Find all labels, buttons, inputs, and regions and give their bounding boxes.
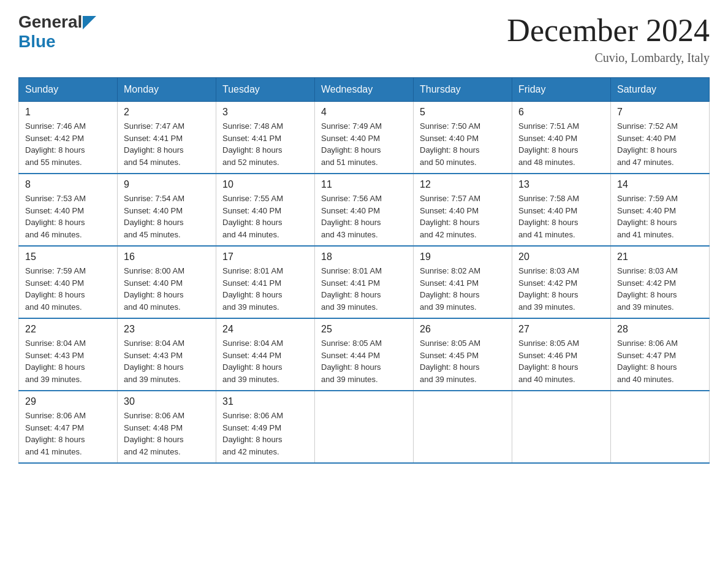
day-number: 30 bbox=[124, 396, 210, 407]
day-number: 5 bbox=[420, 107, 506, 118]
day-number: 28 bbox=[617, 324, 703, 335]
day-number: 4 bbox=[321, 107, 407, 118]
calendar-cell: 18 Sunrise: 8:01 AM Sunset: 4:41 PM Dayl… bbox=[315, 246, 414, 318]
day-info: Sunrise: 7:58 AM Sunset: 4:40 PM Dayligh… bbox=[518, 193, 604, 240]
day-number: 7 bbox=[617, 107, 703, 118]
day-number: 12 bbox=[420, 179, 506, 190]
calendar-cell: 25 Sunrise: 8:05 AM Sunset: 4:44 PM Dayl… bbox=[315, 318, 414, 391]
day-info: Sunrise: 8:05 AM Sunset: 4:46 PM Dayligh… bbox=[518, 337, 604, 385]
calendar-cell: 24 Sunrise: 8:04 AM Sunset: 4:44 PM Dayl… bbox=[216, 318, 315, 391]
col-header-wednesday: Wednesday bbox=[315, 78, 414, 102]
day-info: Sunrise: 7:53 AM Sunset: 4:40 PM Dayligh… bbox=[25, 193, 111, 240]
day-info: Sunrise: 8:01 AM Sunset: 4:41 PM Dayligh… bbox=[222, 265, 308, 313]
calendar-cell: 14 Sunrise: 7:59 AM Sunset: 4:40 PM Dayl… bbox=[611, 174, 710, 246]
calendar-cell: 30 Sunrise: 8:06 AM Sunset: 4:48 PM Dayl… bbox=[118, 391, 216, 463]
day-info: Sunrise: 7:51 AM Sunset: 4:40 PM Dayligh… bbox=[518, 120, 604, 168]
calendar-cell: 12 Sunrise: 7:57 AM Sunset: 4:40 PM Dayl… bbox=[414, 174, 512, 246]
day-number: 13 bbox=[518, 179, 604, 190]
calendar-table: SundayMondayTuesdayWednesdayThursdayFrid… bbox=[18, 77, 710, 464]
day-info: Sunrise: 8:05 AM Sunset: 4:44 PM Dayligh… bbox=[321, 337, 407, 385]
day-number: 8 bbox=[25, 179, 111, 190]
month-title: December 2024 bbox=[507, 12, 710, 48]
calendar-cell: 7 Sunrise: 7:52 AM Sunset: 4:40 PM Dayli… bbox=[611, 102, 710, 174]
calendar-cell: 10 Sunrise: 7:55 AM Sunset: 4:40 PM Dayl… bbox=[216, 174, 315, 246]
day-number: 29 bbox=[25, 396, 111, 407]
calendar-cell: 17 Sunrise: 8:01 AM Sunset: 4:41 PM Dayl… bbox=[216, 246, 315, 318]
day-info: Sunrise: 8:03 AM Sunset: 4:42 PM Dayligh… bbox=[518, 265, 604, 313]
header-row: SundayMondayTuesdayWednesdayThursdayFrid… bbox=[19, 78, 710, 102]
logo-general-text: General bbox=[18, 12, 82, 32]
week-row-1: 1 Sunrise: 7:46 AM Sunset: 4:42 PM Dayli… bbox=[19, 102, 710, 174]
day-number: 20 bbox=[518, 251, 604, 262]
calendar-cell: 31 Sunrise: 8:06 AM Sunset: 4:49 PM Dayl… bbox=[216, 391, 315, 463]
calendar-cell: 3 Sunrise: 7:48 AM Sunset: 4:41 PM Dayli… bbox=[216, 102, 315, 174]
calendar-cell: 11 Sunrise: 7:56 AM Sunset: 4:40 PM Dayl… bbox=[315, 174, 414, 246]
calendar-cell: 26 Sunrise: 8:05 AM Sunset: 4:45 PM Dayl… bbox=[414, 318, 512, 391]
calendar-cell: 22 Sunrise: 8:04 AM Sunset: 4:43 PM Dayl… bbox=[19, 318, 118, 391]
day-info: Sunrise: 8:06 AM Sunset: 4:47 PM Dayligh… bbox=[617, 337, 703, 385]
calendar-cell bbox=[315, 391, 414, 463]
col-header-thursday: Thursday bbox=[414, 78, 512, 102]
day-number: 3 bbox=[222, 107, 308, 118]
day-info: Sunrise: 8:01 AM Sunset: 4:41 PM Dayligh… bbox=[321, 265, 407, 313]
col-header-monday: Monday bbox=[118, 78, 216, 102]
day-number: 23 bbox=[124, 324, 210, 335]
day-info: Sunrise: 8:00 AM Sunset: 4:40 PM Dayligh… bbox=[124, 265, 210, 313]
calendar-cell: 28 Sunrise: 8:06 AM Sunset: 4:47 PM Dayl… bbox=[611, 318, 710, 391]
calendar-cell: 1 Sunrise: 7:46 AM Sunset: 4:42 PM Dayli… bbox=[19, 102, 118, 174]
calendar-cell bbox=[414, 391, 512, 463]
day-info: Sunrise: 7:59 AM Sunset: 4:40 PM Dayligh… bbox=[617, 193, 703, 240]
day-info: Sunrise: 7:59 AM Sunset: 4:40 PM Dayligh… bbox=[25, 265, 111, 313]
calendar-cell: 9 Sunrise: 7:54 AM Sunset: 4:40 PM Dayli… bbox=[118, 174, 216, 246]
title-section: December 2024 Cuvio, Lombardy, Italy bbox=[507, 12, 710, 65]
day-number: 6 bbox=[518, 107, 604, 118]
page-header: General Blue December 2024 Cuvio, Lombar… bbox=[18, 12, 710, 65]
day-number: 27 bbox=[518, 324, 604, 335]
day-info: Sunrise: 8:06 AM Sunset: 4:47 PM Dayligh… bbox=[25, 410, 111, 458]
calendar-cell bbox=[611, 391, 710, 463]
week-row-2: 8 Sunrise: 7:53 AM Sunset: 4:40 PM Dayli… bbox=[19, 174, 710, 246]
day-number: 16 bbox=[124, 251, 210, 262]
day-number: 17 bbox=[222, 251, 308, 262]
col-header-tuesday: Tuesday bbox=[216, 78, 315, 102]
day-info: Sunrise: 8:06 AM Sunset: 4:48 PM Dayligh… bbox=[124, 410, 210, 458]
day-info: Sunrise: 8:03 AM Sunset: 4:42 PM Dayligh… bbox=[617, 265, 703, 313]
logo-triangle-icon bbox=[83, 16, 96, 29]
day-info: Sunrise: 7:49 AM Sunset: 4:40 PM Dayligh… bbox=[321, 120, 407, 168]
day-info: Sunrise: 8:04 AM Sunset: 4:44 PM Dayligh… bbox=[222, 337, 308, 385]
calendar-cell: 29 Sunrise: 8:06 AM Sunset: 4:47 PM Dayl… bbox=[19, 391, 118, 463]
svg-marker-0 bbox=[83, 16, 96, 29]
calendar-cell: 21 Sunrise: 8:03 AM Sunset: 4:42 PM Dayl… bbox=[611, 246, 710, 318]
day-info: Sunrise: 8:05 AM Sunset: 4:45 PM Dayligh… bbox=[420, 337, 506, 385]
day-number: 22 bbox=[25, 324, 111, 335]
day-info: Sunrise: 8:04 AM Sunset: 4:43 PM Dayligh… bbox=[25, 337, 111, 385]
day-number: 25 bbox=[321, 324, 407, 335]
day-info: Sunrise: 7:48 AM Sunset: 4:41 PM Dayligh… bbox=[222, 120, 308, 168]
week-row-3: 15 Sunrise: 7:59 AM Sunset: 4:40 PM Dayl… bbox=[19, 246, 710, 318]
day-number: 1 bbox=[25, 107, 111, 118]
day-info: Sunrise: 7:54 AM Sunset: 4:40 PM Dayligh… bbox=[124, 193, 210, 240]
day-info: Sunrise: 7:46 AM Sunset: 4:42 PM Dayligh… bbox=[25, 120, 111, 168]
calendar-cell: 27 Sunrise: 8:05 AM Sunset: 4:46 PM Dayl… bbox=[512, 318, 611, 391]
day-number: 14 bbox=[617, 179, 703, 190]
calendar-cell: 8 Sunrise: 7:53 AM Sunset: 4:40 PM Dayli… bbox=[19, 174, 118, 246]
week-row-4: 22 Sunrise: 8:04 AM Sunset: 4:43 PM Dayl… bbox=[19, 318, 710, 391]
calendar-cell: 6 Sunrise: 7:51 AM Sunset: 4:40 PM Dayli… bbox=[512, 102, 611, 174]
calendar-cell: 16 Sunrise: 8:00 AM Sunset: 4:40 PM Dayl… bbox=[118, 246, 216, 318]
day-number: 11 bbox=[321, 179, 407, 190]
logo: General Blue bbox=[18, 12, 96, 52]
day-info: Sunrise: 7:55 AM Sunset: 4:40 PM Dayligh… bbox=[222, 193, 308, 240]
location-text: Cuvio, Lombardy, Italy bbox=[507, 51, 710, 65]
day-info: Sunrise: 7:50 AM Sunset: 4:40 PM Dayligh… bbox=[420, 120, 506, 168]
logo-blue-text: Blue bbox=[18, 32, 56, 52]
col-header-sunday: Sunday bbox=[19, 78, 118, 102]
calendar-cell: 19 Sunrise: 8:02 AM Sunset: 4:41 PM Dayl… bbox=[414, 246, 512, 318]
day-number: 10 bbox=[222, 179, 308, 190]
calendar-cell: 4 Sunrise: 7:49 AM Sunset: 4:40 PM Dayli… bbox=[315, 102, 414, 174]
calendar-cell: 23 Sunrise: 8:04 AM Sunset: 4:43 PM Dayl… bbox=[118, 318, 216, 391]
day-number: 2 bbox=[124, 107, 210, 118]
calendar-cell: 15 Sunrise: 7:59 AM Sunset: 4:40 PM Dayl… bbox=[19, 246, 118, 318]
calendar-cell: 2 Sunrise: 7:47 AM Sunset: 4:41 PM Dayli… bbox=[118, 102, 216, 174]
day-info: Sunrise: 7:57 AM Sunset: 4:40 PM Dayligh… bbox=[420, 193, 506, 240]
day-number: 24 bbox=[222, 324, 308, 335]
